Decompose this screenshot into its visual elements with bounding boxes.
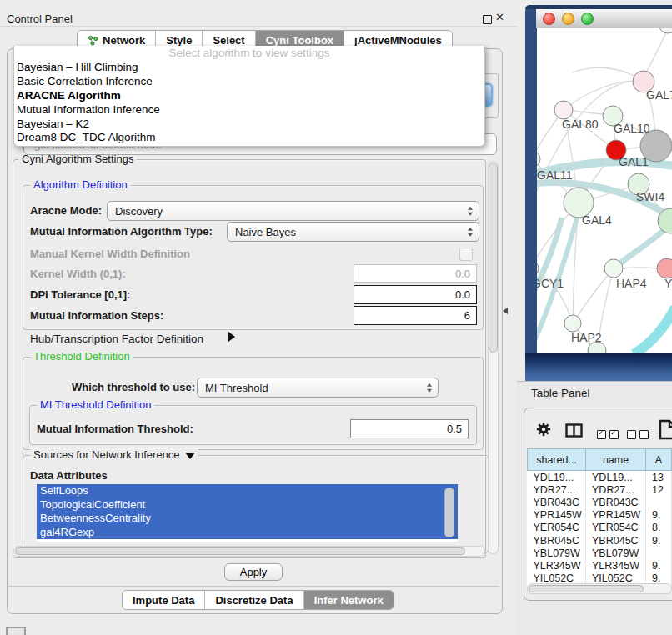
column-header-shared-name[interactable]: shared... (528, 449, 586, 471)
table-cell: YBR043C (528, 496, 586, 508)
algorithm-option[interactable]: Bayesian – K2 (14, 118, 484, 132)
column-icon[interactable] (565, 423, 583, 441)
table-horizontal-scrollbar-thumb[interactable] (529, 585, 644, 592)
splitter-handle-icon[interactable] (503, 308, 508, 314)
table-row[interactable]: YPR145WYPR145W9. (528, 509, 672, 522)
hub-definition-label[interactable]: Hub/Transcription Factor Definition (30, 332, 203, 345)
which-threshold-combo[interactable]: MI Threshold (197, 378, 439, 398)
table-cell: 13 (646, 471, 672, 484)
data-attribute-item[interactable]: BetweennessCentrality (37, 512, 458, 526)
table-row[interactable]: YBL079WYBL079W (528, 547, 672, 559)
titlebar-divider (0, 26, 517, 27)
settings-vertical-scrollbar-thumb[interactable] (489, 162, 498, 352)
column-header-partial[interactable]: A (646, 449, 672, 471)
aracne-mode-combo[interactable]: Discovery (107, 201, 479, 221)
collapse-arrow-icon[interactable] (185, 452, 195, 459)
zoom-traffic-light-icon[interactable] (581, 12, 594, 25)
algorithm-option[interactable]: Mutual Information Inference (14, 103, 484, 118)
tab-impute-data[interactable]: Impute Data (123, 591, 205, 609)
tab-label: Infer Network (314, 594, 384, 607)
network-node-gcy1[interactable] (537, 260, 539, 277)
manual-kernel-checkbox[interactable] (459, 248, 473, 261)
sources-group-title: Sources for Network Inference (30, 449, 198, 461)
panel-bottom-divider (8, 586, 499, 587)
table-row[interactable]: YDR27...YDR27...12 (528, 483, 672, 496)
table-cell: YBR045C (586, 534, 646, 547)
column-header-name[interactable]: name (586, 449, 646, 471)
network-node[interactable] (659, 28, 672, 33)
control-panel-title: Control Panel (7, 12, 73, 25)
network-canvas[interactable]: GAL7 GAL80 GAL10 GAL1 GAL11 SWI4 GAL4 GC… (537, 28, 672, 353)
minimize-traffic-light-icon[interactable] (562, 12, 574, 25)
table-row[interactable]: YLR345WYLR345W9. (528, 559, 672, 572)
combo-stepper-icon (427, 383, 432, 392)
expand-arrow-icon[interactable] (228, 332, 235, 342)
network-icon (88, 35, 98, 46)
mi-threshold-value: 0.5 (447, 422, 462, 435)
dpi-tolerance-field[interactable]: 0.0 (354, 285, 477, 304)
algorithm-definition-title: Algorithm Definition (30, 179, 131, 191)
mi-threshold-group-title: MI Threshold Definition (37, 399, 154, 411)
table-cell: YDR27... (528, 483, 586, 496)
table-cell: YDL19... (586, 471, 646, 484)
close-icon[interactable]: ✕ (495, 11, 504, 23)
checked-boxes-icon[interactable] (597, 428, 622, 442)
network-edge-cyan (634, 308, 672, 353)
table-row[interactable]: YER054CYER054C8. (528, 522, 672, 534)
network-node-hap4[interactable] (604, 259, 623, 278)
which-threshold-label: Which threshold to use: (72, 381, 195, 393)
mi-type-combo[interactable]: Naive Bayes (227, 222, 479, 242)
attributes-scrollbar[interactable] (444, 488, 454, 538)
network-node-gal80[interactable] (554, 101, 573, 119)
table-cell: YBR043C (586, 496, 646, 508)
float-window-icon[interactable] (483, 15, 492, 24)
mi-type-value: Naive Bayes (235, 226, 296, 238)
algorithm-dropdown-list: Bayesian – Hill ClimbingBasic Correlatio… (14, 61, 484, 145)
aracne-mode-label: Aracne Mode: (30, 204, 102, 217)
algorithm-option[interactable]: Dream8 DC_TDC Algorithm (14, 131, 484, 145)
unchecked-boxes-icon[interactable] (627, 428, 652, 442)
table-row[interactable]: YBR045CYBR045C9. (528, 534, 672, 547)
algorithm-dropdown: Select algorithm to view settings Bayesi… (13, 46, 485, 147)
node-label-gal80: GAL80 (562, 118, 599, 131)
data-attribute-item[interactable]: gal4RGexp (37, 526, 458, 540)
mi-steps-field[interactable]: 6 (354, 306, 477, 325)
node-label-swi4: SWI4 (636, 190, 664, 203)
settings-horizontal-scrollbar-thumb[interactable] (15, 548, 465, 555)
kernel-width-field[interactable]: 0.0 (354, 264, 477, 282)
table-cell: YPR145W (586, 509, 646, 522)
algorithm-option[interactable]: Bayesian – Hill Climbing (14, 61, 484, 75)
tab-label: Impute Data (133, 594, 194, 607)
apply-button[interactable]: Apply (224, 563, 283, 581)
table-cell: 9. (646, 509, 672, 522)
node-label-gal11: GAL11 (537, 168, 573, 182)
algorithm-option[interactable]: Basic Correlation Inference (14, 75, 484, 89)
docked-panel-fragment (6, 627, 26, 635)
data-attributes-list: SelfLoopsTopologicalCoefficientBetweenne… (37, 484, 458, 542)
tab-infer-network[interactable]: Infer Network (304, 591, 394, 609)
data-attribute-item[interactable]: TopologicalCoefficient (37, 498, 458, 512)
data-attribute-item[interactable]: SelfLoops (37, 484, 458, 498)
mi-steps-label: Mutual Information Steps: (30, 309, 163, 322)
tab-discretize-data[interactable]: Discretize Data (205, 591, 303, 609)
table-cell: YER054C (586, 522, 646, 534)
table-cell: YDR27... (586, 483, 646, 496)
table-row[interactable]: YBR043CYBR043C (528, 496, 672, 508)
table-cell: YBL079W (586, 547, 646, 559)
network-node-hap2[interactable] (564, 315, 581, 332)
cyni-bottom-tabbar: Impute Data Discretize Data Infer Networ… (122, 590, 394, 610)
kernel-width-label: Kernel Width (0,1): (30, 268, 126, 280)
mi-threshold-field[interactable]: 0.5 (350, 419, 469, 438)
network-window-titlebar[interactable] (536, 9, 672, 28)
table-cell: YBR045C (528, 534, 586, 547)
node-label-gal4: GAL4 (582, 213, 612, 227)
file-icon[interactable] (659, 419, 672, 443)
gear-icon[interactable] (536, 422, 551, 440)
network-node-salmon[interactable] (657, 258, 672, 278)
close-traffic-light-icon[interactable] (543, 12, 555, 25)
table-row[interactable]: YDL19...YDL19...13 (528, 471, 672, 484)
algorithm-option[interactable]: ARACNE Algorithm (14, 89, 484, 103)
control-panel-titlebar: Control Panel ✕ (0, 4, 517, 26)
mi-threshold-label: Mutual Information Threshold: (37, 422, 193, 435)
table-cell: YER054C (528, 522, 586, 534)
